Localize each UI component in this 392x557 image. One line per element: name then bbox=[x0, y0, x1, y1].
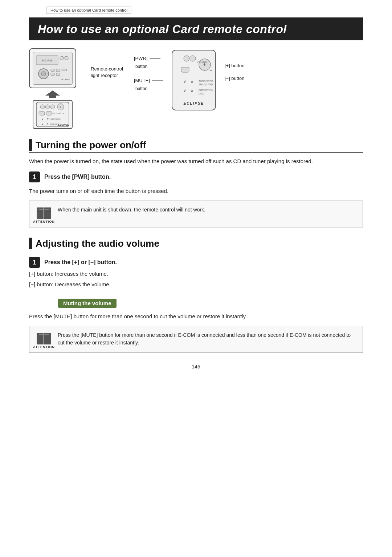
svg-text:–: – bbox=[210, 68, 212, 73]
svg-text:∨: ∨ bbox=[183, 88, 186, 93]
main-unit-svg: ECLIPSE ECLIPSE bbox=[34, 54, 71, 83]
svg-text:+: + bbox=[60, 105, 62, 109]
small-remote-svg: + VOLUME – ∨ ∧ TUNE/SEEK ∨ ∧ PRESET ECLI… bbox=[34, 101, 71, 128]
diagram-section: ECLIPSE ECLIPSE bbox=[29, 48, 363, 129]
mute-sublabel: button bbox=[135, 86, 163, 91]
svg-text:∧: ∧ bbox=[191, 79, 193, 84]
svg-text:TUNE/SEEK: TUNE/SEEK bbox=[48, 118, 61, 120]
svg-point-2 bbox=[60, 56, 64, 60]
power-attention-box: ATTENTION When the main unit is shut dow… bbox=[29, 201, 363, 227]
book-icon-power bbox=[37, 207, 51, 219]
title-banner: How to use an optional Card remote contr… bbox=[29, 17, 363, 40]
pwr-sublabel: button bbox=[135, 64, 163, 69]
svg-point-16 bbox=[50, 105, 55, 109]
volume-attention-box: ATTENTION Press the [MUTE] button for mo… bbox=[29, 326, 363, 353]
attention-icon-power: ATTENTION bbox=[34, 205, 53, 223]
card-remote-svg: + – VOLUME ∨ ∧ TUNE/SEEK TRACK AFD ∨ bbox=[170, 48, 217, 112]
power-body-text: When the power is turned on, the state u… bbox=[29, 157, 363, 166]
svg-rect-7 bbox=[51, 73, 54, 76]
svg-text:ECLIPSE: ECLIPSE bbox=[58, 124, 69, 126]
receptor-label: Remote-control light receptor bbox=[91, 66, 123, 79]
page-number: 146 bbox=[0, 364, 392, 377]
svg-text:∧: ∧ bbox=[191, 88, 193, 93]
remote-labels-right: [+] button [−] button bbox=[225, 63, 245, 81]
remote-labels-left: [PWR] button [MUTE] button bbox=[134, 56, 163, 91]
svg-rect-37 bbox=[181, 67, 189, 72]
receptor-label-line2: light receptor bbox=[91, 72, 123, 79]
pwr-label: [PWR] bbox=[134, 56, 148, 61]
attention-label-power: ATTENTION bbox=[33, 220, 55, 223]
minus-label: [−] button bbox=[225, 76, 245, 81]
svg-point-5 bbox=[41, 72, 46, 76]
section-bar-volume bbox=[29, 238, 32, 249]
diagram-middle: Remote-control light receptor bbox=[87, 55, 123, 79]
svg-point-14 bbox=[40, 105, 45, 109]
power-step-row: 1 Press the [PWR] button. bbox=[29, 171, 363, 182]
svg-text:ECLIPSE: ECLIPSE bbox=[42, 59, 53, 62]
receptor-label-line1: Remote-control bbox=[91, 66, 123, 72]
power-attention-text: When the main unit is shut down, the rem… bbox=[58, 205, 358, 214]
svg-text:DISC: DISC bbox=[199, 92, 205, 95]
volume-step-instruction: Press the [+] or [−] button. bbox=[44, 259, 117, 266]
page-wrapper: How to use an optional Card remote contr… bbox=[0, 0, 392, 557]
power-step-detail: The power turns on or off each time the … bbox=[29, 187, 363, 195]
section-title-volume: Adjusting the audio volume bbox=[36, 238, 159, 249]
svg-text:–: – bbox=[63, 112, 65, 115]
volume-list-item-0: [+] button: Increases the volume. bbox=[29, 270, 363, 278]
sub-heading-container: Muting the volume bbox=[29, 294, 363, 308]
mute-label: [MUTE] bbox=[134, 78, 150, 83]
sub-heading-text: Muting the volume bbox=[63, 300, 111, 306]
diagram-right: [PWR] button [MUTE] button bbox=[134, 48, 245, 113]
svg-text:TRACK AFD: TRACK AFD bbox=[199, 83, 213, 86]
svg-rect-8 bbox=[56, 69, 60, 72]
svg-rect-9 bbox=[56, 73, 60, 76]
svg-text:VOLUME: VOLUME bbox=[197, 61, 208, 63]
volume-attention-text: Press the [MUTE] button for more than on… bbox=[58, 330, 358, 347]
section-bar-power bbox=[29, 139, 32, 151]
pwr-line bbox=[150, 58, 160, 59]
svg-text:PRESET/CH: PRESET/CH bbox=[199, 89, 213, 92]
page-title: How to use an optional Card remote contr… bbox=[38, 23, 354, 36]
section-heading-power: Turning the power on/off bbox=[29, 139, 363, 153]
small-remote-diagram: + VOLUME – ∨ ∧ TUNE/SEEK ∨ ∧ PRESET ECLI… bbox=[33, 100, 73, 129]
svg-text:ECLIPSE: ECLIPSE bbox=[184, 101, 204, 105]
svg-point-15 bbox=[45, 105, 50, 109]
plus-label: [+] button bbox=[225, 63, 245, 68]
sub-heading-box: Muting the volume bbox=[58, 299, 117, 308]
svg-rect-6 bbox=[51, 69, 54, 72]
mute-line bbox=[152, 80, 163, 81]
svg-point-3 bbox=[65, 56, 68, 60]
diagram-left: ECLIPSE ECLIPSE bbox=[29, 48, 76, 129]
svg-point-33 bbox=[184, 56, 189, 61]
svg-text:VOLUME: VOLUME bbox=[52, 112, 61, 114]
book-icon-volume bbox=[37, 333, 51, 344]
volume-sub-body: Press the [MUTE] button for more than on… bbox=[29, 312, 363, 321]
attention-icon-volume: ATTENTION bbox=[34, 330, 53, 349]
attention-label-volume: ATTENTION bbox=[33, 345, 55, 349]
svg-rect-10 bbox=[62, 69, 67, 71]
svg-marker-12 bbox=[45, 90, 60, 98]
svg-rect-19 bbox=[39, 112, 45, 115]
receptor-arrow bbox=[42, 90, 64, 98]
svg-text:∧: ∧ bbox=[46, 122, 49, 126]
svg-text:TUNE/SEEK: TUNE/SEEK bbox=[199, 80, 213, 82]
power-step-instruction: Press the [PWR] button. bbox=[44, 174, 111, 180]
breadcrumb: How to use an optional Card remote contr… bbox=[46, 7, 131, 14]
pwr-label-row: [PWR] bbox=[134, 56, 163, 61]
volume-list-item-1: [−] button: Decreases the volume. bbox=[29, 280, 363, 289]
main-unit-inner: ECLIPSE ECLIPSE bbox=[33, 52, 73, 85]
main-unit-top-diagram: ECLIPSE ECLIPSE bbox=[29, 48, 76, 88]
svg-text:∨: ∨ bbox=[183, 79, 186, 84]
svg-text:∨: ∨ bbox=[41, 117, 44, 121]
svg-text:PRESET: PRESET bbox=[50, 123, 59, 125]
section-title-power: Turning the power on/off bbox=[36, 140, 146, 151]
volume-step-row: 1 Press the [+] or [−] button. bbox=[29, 257, 363, 268]
mute-label-row: [MUTE] bbox=[134, 78, 163, 83]
svg-rect-20 bbox=[46, 112, 52, 115]
volume-step-badge: 1 bbox=[29, 257, 40, 268]
section-heading-volume: Adjusting the audio volume bbox=[29, 238, 363, 251]
svg-text:∨: ∨ bbox=[41, 122, 44, 126]
power-step-badge: 1 bbox=[29, 171, 40, 182]
diagram-right-content: [PWR] button [MUTE] button bbox=[134, 48, 245, 113]
card-remote-container: + – VOLUME ∨ ∧ TUNE/SEEK TRACK AFD ∨ bbox=[170, 48, 217, 113]
